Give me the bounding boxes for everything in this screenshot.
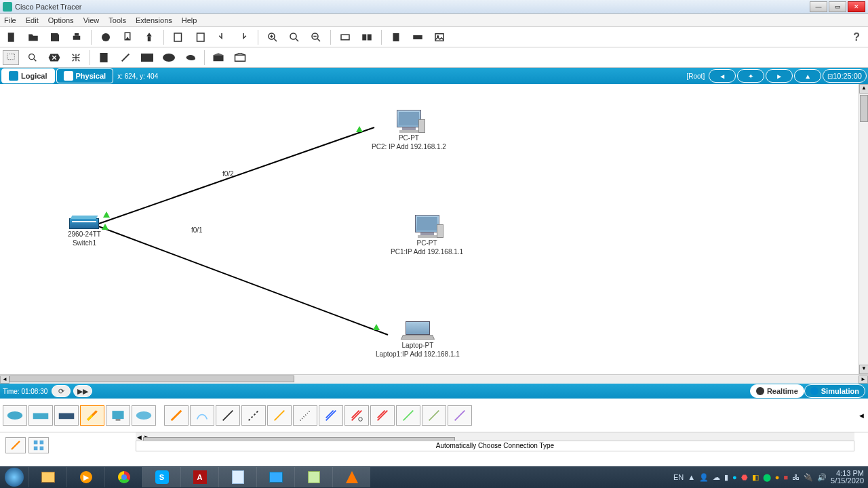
taskbar-skype[interactable]: S xyxy=(142,467,180,487)
workspace-hscroll[interactable]: ◄ ► xyxy=(0,374,868,384)
custom-devices-icon[interactable] xyxy=(359,30,374,45)
tray-app-icon[interactable]: ■ xyxy=(783,473,788,481)
conn-phone[interactable] xyxy=(293,405,317,426)
cluster-button[interactable]: ✦ xyxy=(737,69,764,83)
tray-app-icon[interactable]: ⬤ xyxy=(763,473,771,482)
taskbar-clock[interactable]: 4:13 PM 5/15/2020 xyxy=(831,470,864,485)
maximize-button[interactable]: ▭ xyxy=(829,1,846,12)
menu-extensions[interactable]: Extensions xyxy=(136,16,172,24)
conn-fiber[interactable] xyxy=(267,405,292,426)
note-tool-icon[interactable] xyxy=(96,50,112,65)
subcat-grid[interactable] xyxy=(28,437,49,453)
scroll-right-icon[interactable]: ► xyxy=(859,375,868,384)
simulation-mode-button[interactable]: Simulation xyxy=(804,384,865,398)
undo-arrow-icon[interactable] xyxy=(214,30,229,45)
simple-pdu-icon[interactable] xyxy=(210,50,226,65)
save-icon[interactable] xyxy=(47,30,62,45)
device-laptop1[interactable]: Laptop-PT Laptop1:IP Add 192.168.1.1 xyxy=(376,321,460,358)
tray-app-icon[interactable]: ◧ xyxy=(752,473,759,482)
new-file-icon[interactable] xyxy=(4,30,19,45)
inspect-tool-icon[interactable] xyxy=(24,50,41,65)
tray-cloud-icon[interactable]: ☁ xyxy=(713,473,720,482)
palette-collapse-icon[interactable]: ◄ xyxy=(858,411,865,420)
help-icon[interactable]: ? xyxy=(853,31,864,43)
conn-octal[interactable] xyxy=(396,405,420,426)
select-tool-icon[interactable] xyxy=(3,50,19,65)
resize-tool-icon[interactable] xyxy=(68,50,84,65)
wan-category[interactable] xyxy=(132,405,156,426)
drawing-palette-icon[interactable] xyxy=(338,30,353,45)
switches-category[interactable] xyxy=(28,405,53,426)
taskbar-explorer[interactable] xyxy=(28,467,66,487)
connections-category[interactable] xyxy=(80,405,104,426)
tray-icon[interactable]: ▲ xyxy=(688,473,695,481)
ellipse-tool-icon[interactable] xyxy=(161,50,177,65)
routers-category[interactable] xyxy=(3,405,27,426)
zoom-out-icon[interactable] xyxy=(309,30,323,45)
vertical-scrollbar[interactable]: ▲ ▼ xyxy=(859,84,868,374)
network-icon[interactable] xyxy=(410,30,425,45)
tray-battery-icon[interactable]: ▮ xyxy=(724,473,728,482)
conn-usb[interactable] xyxy=(448,405,472,426)
taskbar-vlc[interactable] xyxy=(332,467,370,487)
conn-auto[interactable] xyxy=(164,405,189,426)
workspace-canvas[interactable]: 2960-24TT Switch1 PC-PT PC2: IP Add 192.… xyxy=(0,84,868,374)
start-button[interactable] xyxy=(0,466,28,488)
tray-app-icon[interactable]: ● xyxy=(775,473,780,481)
tray-volume-icon[interactable]: 🔊 xyxy=(817,473,827,482)
device-pc2[interactable]: PC-PT PC2: IP Add 192.168.1.2 xyxy=(372,110,446,150)
lang-indicator[interactable]: EN xyxy=(673,473,684,481)
viewport-button[interactable]: ⊡ 10:25:00 xyxy=(823,69,867,83)
conn-console[interactable] xyxy=(190,405,214,426)
zoom-in-icon[interactable] xyxy=(265,30,280,45)
menu-view[interactable]: View xyxy=(83,16,100,24)
taskbar-packet-tracer[interactable] xyxy=(294,467,332,487)
conn-copper-cross[interactable] xyxy=(241,405,266,426)
delete-tool-icon[interactable] xyxy=(46,50,62,65)
conn-copper-straight[interactable] xyxy=(216,405,240,426)
device-switch1[interactable]: 2960-24TT Switch1 xyxy=(68,218,101,247)
system-tray[interactable]: EN ▲ 👤 ☁ ▮ ● ⬣ ◧ ⬤ ● ■ 🖧 🔌 🔊 4:13 PM 5/1… xyxy=(669,470,868,485)
nav-back-button[interactable]: ◄ xyxy=(709,69,736,83)
copy-icon[interactable] xyxy=(120,30,135,45)
line-tool-icon[interactable] xyxy=(117,50,134,65)
tray-app-icon[interactable]: ● xyxy=(732,473,737,481)
print-icon[interactable] xyxy=(69,30,84,45)
command-log-icon[interactable] xyxy=(389,30,403,45)
activity-wizard-icon[interactable] xyxy=(98,30,113,45)
rect-tool-icon[interactable] xyxy=(139,50,155,65)
subcat-item[interactable] xyxy=(5,437,26,453)
taskbar-media[interactable]: ▶ xyxy=(66,467,104,487)
open-file-icon[interactable] xyxy=(26,30,41,45)
tray-network-icon[interactable]: 🖧 xyxy=(792,473,800,481)
hubs-category[interactable] xyxy=(54,405,79,426)
logical-view-tab[interactable]: Logical xyxy=(1,68,55,83)
redo-icon[interactable] xyxy=(193,30,208,45)
minimize-button[interactable]: — xyxy=(810,1,827,12)
undo-icon[interactable] xyxy=(171,30,186,45)
scroll-thumb[interactable] xyxy=(9,375,294,382)
fast-forward-button[interactable]: ▶▶ xyxy=(73,385,92,397)
conn-serial-dce[interactable] xyxy=(344,405,369,426)
conn-coax[interactable] xyxy=(319,405,343,426)
conn-iot[interactable] xyxy=(422,405,446,426)
menu-options[interactable]: Options xyxy=(48,16,74,24)
menu-file[interactable]: File xyxy=(4,16,16,24)
root-label[interactable]: [Root] xyxy=(686,73,705,80)
taskbar-chrome[interactable] xyxy=(104,467,142,487)
bg-button[interactable]: ▲ xyxy=(794,69,821,83)
device-pc1[interactable]: PC-PT PC1:IP Add 192.168.1.1 xyxy=(391,215,463,256)
image-icon[interactable] xyxy=(432,30,447,45)
taskbar-rdp[interactable] xyxy=(256,467,294,487)
menu-tools[interactable]: Tools xyxy=(108,16,126,24)
taskbar-notepad[interactable] xyxy=(218,467,256,487)
close-button[interactable]: ✕ xyxy=(848,1,865,12)
conn-serial-dte[interactable] xyxy=(370,405,395,426)
redo-arrow-icon[interactable] xyxy=(236,30,251,45)
scroll-left-icon[interactable]: ◄ xyxy=(0,375,9,384)
tray-app-icon[interactable]: ⬣ xyxy=(741,473,748,482)
paste-icon[interactable] xyxy=(142,30,157,45)
complex-pdu-icon[interactable] xyxy=(232,50,248,65)
power-cycle-button[interactable]: ⟳ xyxy=(52,385,71,397)
nav-fwd-button[interactable]: ► xyxy=(766,69,793,83)
